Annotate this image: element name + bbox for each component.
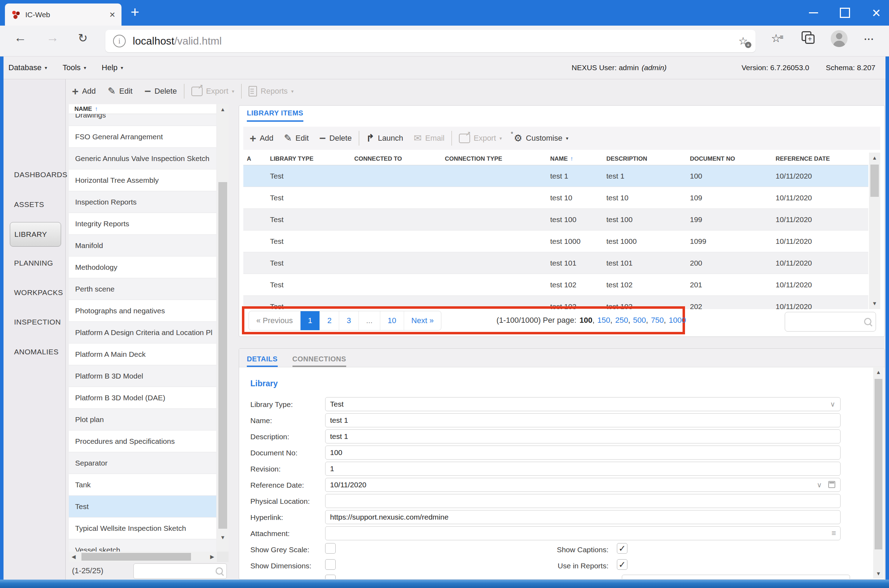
- field-name[interactable]: test 1: [325, 413, 841, 428]
- column-header-library-type[interactable]: LIBRARY TYPE: [266, 155, 351, 162]
- per-page-option-150[interactable]: 150: [597, 316, 610, 325]
- sidebar-item-library-selected[interactable]: LIBRARY: [10, 222, 61, 247]
- tree-item-separator[interactable]: Separator: [69, 452, 216, 474]
- reload-icon[interactable]: ↻: [78, 32, 88, 44]
- partial-input[interactable]: [622, 574, 850, 579]
- scrollbar-thumb[interactable]: [870, 165, 879, 197]
- table-row-test-101[interactable]: Testtest 101test 10120010/11/2020: [243, 252, 868, 274]
- table-row-test-1[interactable]: Testtest 1test 110010/11/2020: [243, 165, 868, 187]
- tree-horizontal-scrollbar[interactable]: ◀ ▶: [69, 552, 217, 562]
- scroll-up-icon[interactable]: ▲: [873, 369, 884, 375]
- window-close-button[interactable]: ×: [872, 6, 881, 20]
- scrollbar-thumb[interactable]: [218, 182, 227, 529]
- scroll-down-icon[interactable]: ▼: [873, 570, 884, 576]
- pagination-next[interactable]: Next »: [404, 311, 441, 330]
- checkbox-show-dimensions[interactable]: [325, 559, 335, 570]
- tree-search-input[interactable]: [134, 564, 227, 579]
- per-page-option-250[interactable]: 250: [615, 316, 628, 325]
- pagination-page-2[interactable]: 2: [320, 311, 339, 330]
- back-icon[interactable]: ←: [14, 31, 27, 44]
- items-customise-button[interactable]: ⚙ Customise ▾: [514, 134, 569, 143]
- tree-item-typical-wellsite-inspection-sketch[interactable]: Typical Wellsite Inspection Sketch: [69, 518, 216, 539]
- tree-item-photographs-and-negatives[interactable]: Photographs and negatives: [69, 300, 216, 322]
- tree-item-platform-b-3d-model-dae[interactable]: Platform B 3D Model (DAE): [69, 387, 216, 409]
- tree-vertical-scrollbar[interactable]: ▲ ▼: [217, 104, 229, 552]
- tab-close-icon[interactable]: ×: [110, 10, 115, 20]
- maximize-button[interactable]: [840, 8, 850, 18]
- sidebar-item-inspection[interactable]: INSPECTION: [14, 318, 61, 326]
- items-launch-button[interactable]: ↱ Launch: [366, 134, 403, 143]
- tree-item-methodology[interactable]: Methodology: [69, 256, 216, 278]
- checkbox-use-in-reports[interactable]: ✓: [617, 559, 627, 570]
- tree-item-platform-a-main-deck[interactable]: Platform A Main Deck: [69, 344, 216, 365]
- table-row-test-1000[interactable]: Testtest 1000test 1000109910/11/2020: [243, 231, 868, 252]
- scroll-down-icon[interactable]: ▼: [217, 534, 229, 540]
- add-favorite-icon[interactable]: ☆: [739, 36, 748, 46]
- per-page-option-750[interactable]: 750: [651, 316, 664, 325]
- column-header-name[interactable]: NAME↑: [547, 155, 603, 162]
- minimize-button[interactable]: [809, 12, 818, 14]
- column-header-connection-type[interactable]: CONNECTION TYPE: [441, 155, 547, 162]
- favorites-icon[interactable]: ☆: [771, 33, 785, 44]
- column-header-description[interactable]: DESCRIPTION: [603, 155, 686, 162]
- browser-menu-icon[interactable]: •••: [865, 36, 875, 42]
- field-document-no[interactable]: 100: [325, 446, 841, 460]
- tree-item-generic-annulus-valve-inspection-sketch[interactable]: Generic Annulus Valve Inspection Sketch: [69, 148, 216, 170]
- items-export-button[interactable]: Export ▾: [459, 134, 502, 143]
- tree-item-integrity-reports[interactable]: Integrity Reports: [69, 213, 216, 235]
- items-delete-button[interactable]: − Delete: [319, 133, 352, 144]
- scroll-right-icon[interactable]: ▶: [210, 554, 214, 560]
- tree-item-tank[interactable]: Tank: [69, 474, 216, 496]
- tree-column-header[interactable]: NAME ↑: [69, 104, 216, 114]
- field-physical-location[interactable]: [325, 494, 841, 508]
- tree-reports-button[interactable]: Reports ▾: [248, 86, 293, 96]
- items-edit-button[interactable]: ✎ Edit: [284, 134, 309, 143]
- sidebar-item-workpacks[interactable]: WORKPACKS: [14, 288, 63, 297]
- sidebar-item-planning[interactable]: PLANNING: [14, 259, 53, 267]
- site-info-icon[interactable]: i: [113, 35, 126, 47]
- tab-connections[interactable]: CONNECTIONS: [292, 355, 346, 367]
- tree-item-platform-b-3d-model[interactable]: Platform B 3D Model: [69, 365, 216, 387]
- tree-edit-button[interactable]: ✎ Edit: [108, 87, 133, 96]
- scroll-down-icon[interactable]: ▼: [869, 300, 880, 306]
- tree-item-horizontal-tree-assembly[interactable]: Horizontal Tree Assembly: [69, 170, 216, 191]
- field-attachment[interactable]: ≡: [325, 526, 841, 540]
- items-add-button[interactable]: + Add: [250, 133, 274, 144]
- menu-help[interactable]: Help▾: [102, 63, 123, 72]
- tree-item-fso-general-arrangement[interactable]: FSO General Arrangement: [69, 126, 216, 148]
- details-vertical-scrollbar[interactable]: ▲ ▼: [873, 368, 884, 579]
- sidebar-item-assets[interactable]: ASSETS: [14, 200, 44, 209]
- new-tab-button[interactable]: +: [131, 5, 139, 20]
- field-description[interactable]: test 1: [325, 429, 841, 444]
- per-page-option-1000[interactable]: 1000: [669, 316, 686, 325]
- per-page-option-500[interactable]: 500: [633, 316, 646, 325]
- tree-item-perth-scene[interactable]: Perth scene: [69, 278, 216, 300]
- tree-item-drawings[interactable]: Drawings: [69, 114, 216, 126]
- tree-item-manifold[interactable]: Manifold: [69, 235, 216, 256]
- tree-item-plot-plan[interactable]: Plot plan: [69, 409, 216, 430]
- tree-item-inspection-reports[interactable]: Inspection Reports: [69, 191, 216, 213]
- column-header-reference-date[interactable]: REFERENCE DATE: [772, 155, 868, 162]
- per-page-current[interactable]: 100: [580, 316, 593, 325]
- profile-avatar[interactable]: [831, 30, 848, 47]
- pagination-page-10[interactable]: 10: [380, 311, 404, 330]
- scrollbar-thumb[interactable]: [875, 379, 882, 549]
- scrollbar-thumb[interactable]: [81, 553, 191, 561]
- scroll-up-icon[interactable]: ▲: [869, 155, 880, 160]
- field-reference-date[interactable]: 10/11/2020∨: [325, 478, 841, 492]
- menu-tools[interactable]: Tools▾: [63, 63, 86, 72]
- tree-add-button[interactable]: + Add: [72, 86, 96, 97]
- checkbox-show-grey-scale[interactable]: [325, 543, 335, 554]
- table-row-test-100[interactable]: Testtest 100test 10019910/11/2020: [243, 209, 868, 231]
- tree-delete-button[interactable]: − Delete: [144, 86, 177, 97]
- tree-export-button[interactable]: Export ▾: [191, 87, 235, 96]
- menu-database[interactable]: Database▾: [8, 63, 47, 72]
- scroll-up-icon[interactable]: ▲: [217, 106, 229, 112]
- column-header-connected-to[interactable]: CONNECTED TO: [351, 155, 441, 162]
- tab-details[interactable]: DETAILS: [247, 355, 278, 367]
- collections-icon[interactable]: +: [803, 33, 814, 43]
- field-revision[interactable]: 1: [325, 462, 841, 476]
- tree-item-vessel-sketch[interactable]: Vessel sketch: [69, 539, 216, 552]
- column-header-a[interactable]: A: [243, 155, 266, 162]
- table-row-test-10[interactable]: Testtest 10test 1010910/11/2020: [243, 187, 868, 209]
